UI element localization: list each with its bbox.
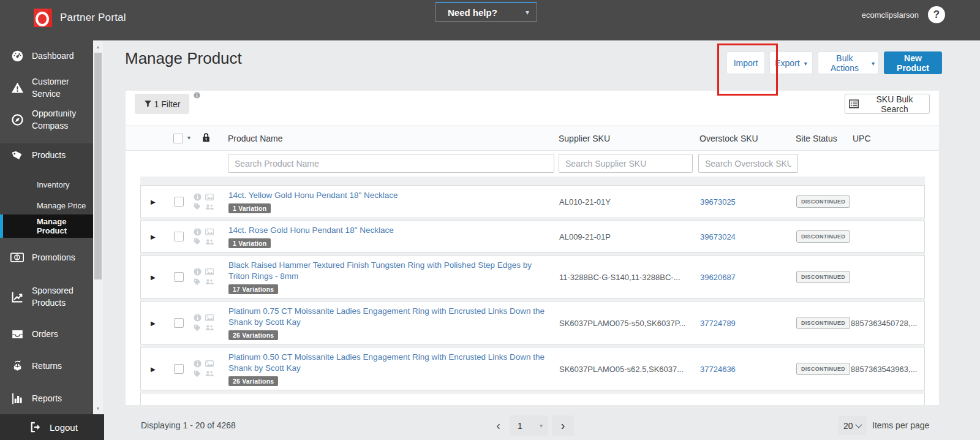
sidebar-item-customer-service[interactable]: Customer Service [0, 76, 93, 99]
info-icon[interactable] [194, 227, 203, 236]
product-name-link[interactable]: Black Raised Hammer Textured Finish Tung… [228, 260, 547, 282]
expand-row-icon[interactable]: ▶ [151, 233, 156, 240]
group-icon[interactable] [205, 237, 214, 246]
supplier-sku-cell: 11-3288BC-G-S140,11-3288BC-... [559, 272, 680, 281]
filter-button[interactable]: 1 Filter [135, 94, 189, 114]
sidebar-item-orders[interactable]: Orders [0, 322, 93, 346]
sidebar-item-manage-product-active[interactable]: Manage Product [0, 214, 93, 238]
expand-row-icon[interactable]: ▶ [151, 319, 156, 326]
select-all-checkbox[interactable] [173, 134, 183, 143]
expand-row-icon[interactable]: ▶ [151, 199, 156, 205]
product-name-block: 14ct. Yellow Gold Honu Pendant 18" Neckl… [228, 190, 547, 213]
sidebar-item-reports[interactable]: Reports [0, 387, 93, 410]
sidebar-item-label: Manage Product [37, 217, 93, 235]
product-name-link[interactable]: Platinum 0.50 CT Moissanite Ladies Engag… [228, 352, 547, 374]
need-help-select[interactable]: Need help? ▾ [435, 2, 537, 22]
scroll-up-icon[interactable]: ▲ [93, 42, 103, 51]
new-product-button[interactable]: New Product [884, 51, 942, 74]
brand[interactable]: Partner Portal [34, 9, 126, 27]
overstock-sku-link[interactable]: 39673025 [700, 197, 736, 207]
svg-text:1: 1 [16, 255, 18, 259]
sku-bulk-search-button[interactable]: SKU Bulk Search [845, 94, 930, 114]
row-checkbox[interactable] [174, 232, 184, 241]
overstock-sku-link[interactable]: 37724636 [700, 364, 736, 373]
product-name-link[interactable]: 14ct. Yellow Gold Honu Pendant 18" Neckl… [228, 190, 547, 201]
sidebar-item-sponsored-products[interactable]: Sponsored Products [0, 280, 93, 313]
sidebar-item-promotions[interactable]: 1 Promotions [0, 246, 93, 269]
product-name-link[interactable]: 14ct. Rose Gold Honu Pendant 18" Necklac… [228, 225, 547, 236]
tag-icon[interactable] [194, 237, 203, 246]
info-icon[interactable] [194, 192, 203, 201]
info-icon[interactable] [194, 360, 203, 368]
expand-row-icon[interactable]: ▶ [151, 273, 156, 280]
product-name-block: Black Raised Hammer Textured Finish Tung… [228, 260, 547, 294]
scrollbar-thumb[interactable] [94, 53, 102, 279]
product-name-link[interactable]: Platinum 0.75 CT Moissanite Ladies Engag… [228, 306, 547, 328]
sidebar-item-logout[interactable]: Logout [0, 414, 104, 440]
info-icon[interactable] [194, 92, 200, 99]
table-search-row [126, 151, 939, 176]
search-product-name-input[interactable] [228, 154, 554, 173]
previous-page-button[interactable]: ‹ [490, 415, 507, 436]
info-icon[interactable] [194, 268, 203, 276]
sidebar-item-manage-price[interactable]: Manage Price [0, 195, 93, 216]
sidebar-item-returns[interactable]: Returns [0, 354, 93, 377]
lock-icon [202, 132, 210, 145]
export-button[interactable]: Export ▾ [769, 51, 813, 74]
items-per-page-select[interactable]: 20 [838, 416, 867, 435]
overstock-sku-link[interactable]: 39620687 [700, 272, 736, 281]
scroll-down-icon[interactable]: ▼ [93, 403, 103, 413]
tag-icon[interactable] [194, 370, 203, 378]
next-page-button[interactable]: › [552, 415, 574, 436]
column-header-supplier-sku: Supplier SKU [559, 134, 610, 143]
row-checkbox[interactable] [174, 197, 184, 207]
logout-icon [29, 421, 42, 433]
overstock-sku-link[interactable]: 39673024 [700, 232, 736, 241]
variations-badge: 26 Variations [228, 330, 278, 340]
group-icon[interactable] [205, 370, 214, 378]
image-icon[interactable] [205, 360, 214, 368]
sidebar-item-opportunity-compass[interactable]: Opportunity Compass [0, 103, 93, 136]
row-checkbox[interactable] [174, 272, 184, 282]
search-overstock-sku-input[interactable] [698, 154, 798, 173]
table-row: ▶ 14ct. Rose Gold Honu Pendant 18" Neckl… [140, 221, 925, 252]
product-name-block: Platinum 0.75 CT Moissanite Ladies Engag… [228, 306, 547, 340]
image-icon[interactable] [205, 227, 214, 236]
tag-icon[interactable] [194, 278, 203, 286]
group-icon[interactable] [205, 278, 214, 286]
row-checkbox[interactable] [174, 318, 184, 328]
sidebar-item-inventory[interactable]: Inventory [0, 174, 93, 195]
site-status-cell: DISCONTINUED [796, 230, 850, 243]
tag-icon[interactable] [194, 324, 203, 332]
info-icon[interactable] [194, 314, 203, 322]
table-row-partial[interactable] [140, 393, 925, 405]
variations-badge: 1 Variation [228, 238, 271, 248]
sidebar-scrollbar[interactable]: ▲ ▼ [93, 40, 103, 414]
import-button[interactable]: Import [726, 51, 765, 74]
page-number-select[interactable]: 1 ▾ [510, 415, 548, 436]
product-name-block: Platinum 0.50 CT Moissanite Ladies Engag… [228, 352, 547, 386]
image-icon[interactable] [205, 268, 214, 276]
image-icon[interactable] [205, 192, 214, 201]
row-checkbox[interactable] [174, 364, 184, 374]
tag-icon[interactable] [194, 202, 203, 211]
page-title: Manage Product [125, 49, 242, 68]
table-body: ▶ 14ct. Yellow Gold Honu Pendant 18" Nec… [140, 176, 925, 405]
image-icon[interactable] [205, 314, 214, 322]
product-list-card: 1 Filter SKU Bulk Search ▾ Product Name … [126, 91, 939, 405]
overstock-sku-link[interactable]: 37724789 [700, 318, 736, 327]
sidebar-item-dashboard[interactable]: Dashboard [0, 44, 93, 67]
table-row: ▶ Platinum 0.50 CT Moissanite Ladies Eng… [140, 347, 925, 390]
sidebar-item-label: Products [32, 149, 66, 161]
search-supplier-sku-input[interactable] [559, 154, 693, 173]
overstock-logo-icon [34, 9, 52, 27]
sidebar-item-products[interactable]: Products [0, 143, 93, 167]
caret-down-icon[interactable]: ▾ [187, 134, 190, 141]
bulk-actions-button[interactable]: Bulk Actions ▾ [818, 51, 879, 74]
expand-row-icon[interactable]: ▶ [151, 365, 156, 372]
chevron-down-icon [855, 421, 862, 428]
group-icon[interactable] [205, 324, 214, 332]
group-icon[interactable] [205, 202, 214, 211]
help-icon[interactable]: ? [928, 6, 945, 23]
displaying-count: Displaying 1 - 20 of 4268 [141, 420, 236, 430]
